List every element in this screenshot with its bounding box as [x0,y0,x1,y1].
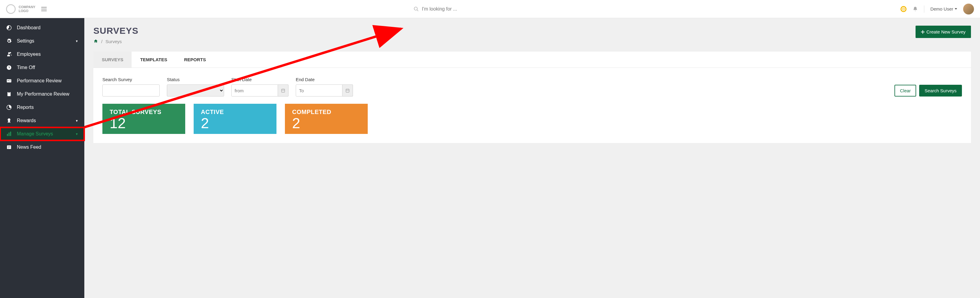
sidebar-item-label: My Performance Review [17,91,78,97]
svg-rect-17 [282,89,285,92]
svg-point-0 [414,7,417,10]
user-menu[interactable]: Demo User [930,6,957,11]
breadcrumb-sep: / [101,39,102,44]
end-date-label: End Date [296,77,353,82]
stat-value: 2 [292,115,361,131]
sidebar-item-settings[interactable]: Settings▼ [0,34,84,48]
search-area [47,6,900,12]
svg-rect-10 [8,92,10,93]
header-right: Demo User [900,3,974,14]
bar-icon [6,131,12,137]
sidebar-item-manage-surveys[interactable]: Manage Surveys▼ [0,127,84,141]
start-date-calendar-icon[interactable] [278,85,288,96]
svg-rect-9 [8,92,11,96]
sidebar-item-news-feed[interactable]: News Feed [0,141,84,154]
svg-rect-19 [346,89,349,92]
breadcrumb: / Surveys [93,39,138,44]
clock-icon [6,64,12,70]
caret-down-icon [955,8,957,10]
svg-rect-13 [7,134,8,136]
status-select[interactable] [167,85,224,96]
sidebar-item-label: Rewards [17,118,70,123]
stat-value: 2 [201,115,269,131]
stat-title: TOTAL SURVEYS [110,109,178,115]
chevron-down-icon: ▼ [75,119,78,122]
plus-icon [921,30,924,34]
tab-templates[interactable]: TEMPLATES [132,51,176,67]
tab-surveys[interactable]: SURVEYS [93,51,132,67]
sidebar-item-label: Reports [17,105,78,110]
dashboard-icon [6,25,12,31]
sidebar-item-label: News Feed [17,144,78,150]
stats: TOTAL SURVEYS12ACTIVE2COMPLETED2 [102,104,962,134]
sidebar-item-employees[interactable]: Employees [0,48,84,61]
logo-icon [6,4,16,14]
sidebar-item-label: Dashboard [17,25,78,30]
search-surveys-button[interactable]: Search Surveys [919,85,962,96]
sidebar-item-reports[interactable]: Reports [0,101,84,114]
tabs: SURVEYSTEMPLATESREPORTS [93,51,971,68]
clear-button[interactable]: Clear [894,85,916,96]
avatar[interactable] [963,3,974,14]
main: SURVEYS / Surveys Create New Survey SURV… [84,18,980,298]
svg-rect-15 [10,132,11,136]
stat-title: COMPLETED [292,109,361,115]
sidebar-item-rewards[interactable]: Rewards▼ [0,114,84,127]
award-icon [6,118,12,124]
breadcrumb-current: Surveys [105,39,122,44]
start-date-label: Start Date [231,77,288,82]
calendar-icon [345,88,350,93]
stat-title: ACTIVE [201,109,269,115]
logo[interactable]: COMPANY LOGO [6,4,35,14]
calendar-icon [281,88,285,93]
chevron-down-icon: ▼ [75,40,78,43]
sidebar-item-label: Employees [17,51,78,57]
breadcrumb-home[interactable] [93,39,98,44]
svg-rect-7 [7,79,11,83]
divider [924,5,924,13]
stat-completed: COMPLETED2 [285,104,368,134]
pie-icon [6,104,12,111]
create-button-label: Create New Survey [926,29,966,34]
tab-reports[interactable]: REPORTS [176,51,215,67]
id-card-icon [6,78,12,84]
user-name-label: Demo User [930,6,953,11]
stat-active: ACTIVE2 [194,104,277,134]
status-label: Status [167,77,224,82]
chevron-down-icon: ▼ [75,132,78,136]
sidebar-item-time-off[interactable]: Time Off [0,61,84,74]
bell-icon[interactable] [913,6,918,12]
end-date-calendar-icon[interactable] [342,85,353,96]
hamburger-icon[interactable] [41,7,47,11]
svg-point-5 [8,52,10,54]
news-icon [6,144,12,150]
start-date-input[interactable] [231,85,278,96]
sidebar-item-label: Time Off [17,65,78,70]
search-survey-input[interactable] [102,85,160,96]
sidebar-item-my-performance-review[interactable]: My Performance Review [0,88,84,101]
svg-point-12 [8,119,11,121]
sidebar-item-label: Manage Surveys [17,131,70,137]
create-new-survey-button[interactable]: Create New Survey [916,26,971,38]
help-icon[interactable] [900,6,907,12]
clipboard-icon [6,91,12,97]
sidebar: DashboardSettings▼EmployeesTime OffPerfo… [0,18,84,298]
sidebar-item-label: Settings [17,38,70,44]
end-date-input[interactable] [296,85,342,96]
search-input[interactable] [422,6,534,12]
svg-point-3 [903,8,905,10]
sidebar-item-label: Performance Review [17,78,78,83]
svg-point-2 [901,6,906,11]
search-survey-label: Search Survey [102,77,160,82]
svg-point-8 [8,80,9,81]
gear-icon [6,38,12,44]
page-title: SURVEYS [93,26,138,36]
header: COMPANY LOGO Demo User [0,0,980,18]
sidebar-item-dashboard[interactable]: Dashboard [0,21,84,34]
sidebar-item-performance-review[interactable]: Performance Review [0,74,84,88]
logo-text: COMPANY LOGO [19,5,35,12]
search-icon [414,6,419,12]
filter-card: Search Survey Status Start Date [93,68,971,143]
svg-line-1 [417,10,418,11]
stat-value: 12 [110,115,178,131]
